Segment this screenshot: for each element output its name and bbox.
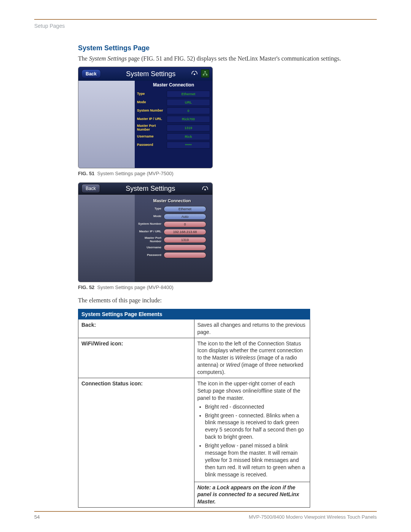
label-sysnum: System Number [138,222,161,226]
table-header: System Settings Page Elements [78,309,310,319]
wifi-icon [190,70,199,77]
cell-text: Saves all changes and returns to the pre… [194,319,310,338]
cell-label: Back: [78,319,194,338]
intro-em: System Settings [89,55,127,62]
cell-label: WiFi/Wired icon: [78,338,194,378]
svg-rect-3 [206,74,207,75]
breadcrumb: Setup Pages [34,23,377,29]
label-pass: Password [137,143,164,147]
value-mode[interactable]: Auto [164,214,206,220]
value-user[interactable] [164,244,206,251]
list-item: Bright yellow - panel missed a blink mes… [205,442,307,478]
value-port[interactable]: 1319 [167,125,210,131]
label-ipurl: Master IP / URL [137,117,164,121]
intro-a: The [78,55,89,62]
table-row: Back: Saves all changes and returns to t… [78,319,310,338]
svg-rect-1 [204,71,206,72]
intro-b: page (FIG. 51 and FIG. 52) displays sets… [127,55,341,62]
value-ipurl[interactable]: 192.168.213.68 [164,229,206,235]
value-type[interactable]: Ethernet [164,206,206,212]
value-pass[interactable]: ***** [167,142,210,149]
value-type[interactable]: Ethernet [167,91,210,97]
cell-text: The icon to the left of the Connection S… [194,338,310,378]
svg-rect-2 [203,74,204,75]
value-sysnum[interactable]: 0 [167,107,210,114]
label-user: Username [137,135,164,139]
footer: 54 MVP-7500/8400 Modero Viewpoint Wirele… [34,511,377,520]
value-pass[interactable] [164,252,206,258]
label-mode: Mode [138,215,161,218]
list-item: Bright red - disconnected [205,403,307,411]
label-type: Type [137,92,164,96]
master-connection-title: Master Connection [135,197,209,205]
label-sysnum: System Number [137,109,164,113]
fig51-panel: Back System Settings Master Connection T… [78,67,213,168]
svg-point-0 [194,73,195,75]
value-user[interactable]: Rick [167,133,210,140]
label-ipurl: Master IP / URL [138,230,161,233]
cell-label: Connection Status icon: [78,378,194,508]
value-port[interactable]: 1319 [164,237,206,243]
elements-table: System Settings Page Elements Back: Save… [78,309,310,508]
section-title: System Settings Page [78,44,377,52]
svg-point-4 [204,189,206,190]
doc-title: MVP-7500/8400 Modero Viewpoint Wireless … [249,514,377,520]
cell-text: The icon in the upper-right corner of ea… [194,378,310,482]
elements-intro: The elements of this page include: [78,296,377,305]
value-ipurl[interactable]: Rick700 [167,116,210,123]
panel-title: System Settings [89,185,212,193]
label-mode: Mode [137,101,164,104]
list-item: Bright green - connected. Blinks when a … [205,412,307,441]
intro-paragraph: The System Settings page (FIG. 51 and FI… [78,54,377,63]
fig51-caption: FIG. 51 System Settings page (MVP-7500) [78,171,377,176]
page-number: 54 [34,514,40,520]
cell-note: Note: a Lock appears on the icon if the … [194,482,310,508]
label-user: Username [138,246,161,249]
fig52-caption: FIG. 52 System Settings page (MVP-8400) [78,284,377,290]
value-sysnum[interactable]: 0 [164,221,206,227]
table-row: Connection Status icon: The icon in the … [78,378,310,482]
label-type: Type [138,207,161,211]
label-pass: Password [138,254,161,257]
wired-icon [201,69,209,78]
label-port: Master Port Number [137,124,164,132]
master-connection-title: Master Connection [135,81,212,90]
table-row: WiFi/Wired icon: The icon to the left of… [78,338,310,378]
label-port: Master Port Number [138,236,161,243]
value-mode[interactable]: URL [167,99,210,106]
fig52-panel: Back System Settings Master Connection T… [78,182,213,282]
wifi-icon [201,185,209,193]
